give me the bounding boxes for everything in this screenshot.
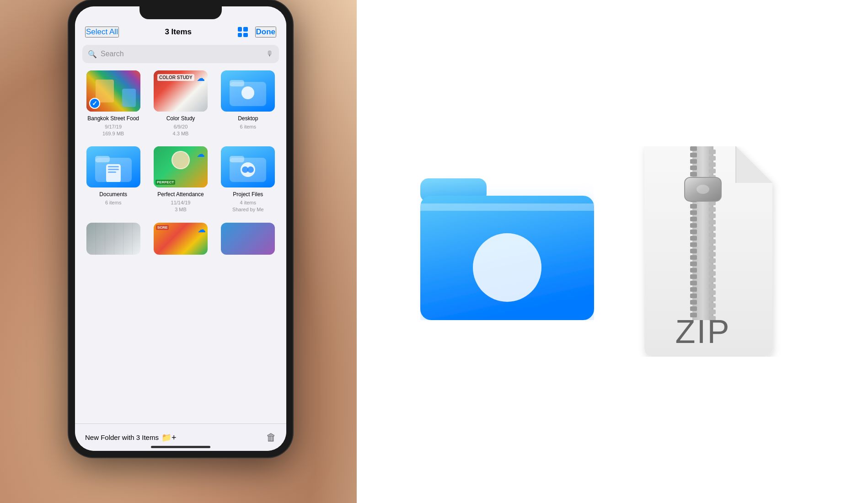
svg-rect-23 — [690, 159, 697, 164]
new-folder-icon: 📁+ — [161, 433, 177, 443]
svg-rect-21 — [690, 146, 697, 151]
list-item[interactable]: Desktop 6 items — [218, 70, 278, 137]
left-section: Select All 3 Items Done 🔍 — [0, 0, 357, 503]
file-grid-row-1: Bangkok Street Food 9/17/19169.9 MB COLO… — [80, 70, 282, 137]
icloud-badge: ☁ — [197, 73, 205, 83]
svg-rect-40 — [690, 268, 697, 273]
new-folder-label: New Folder with 3 Items — [85, 433, 159, 441]
svg-point-76 — [697, 185, 709, 194]
folder-icon — [230, 152, 266, 182]
home-indicator — [151, 446, 210, 448]
file-grid-row-2: Documents 6 items PERFECT ☁ — [80, 146, 282, 213]
items-count: 3 Items — [165, 27, 192, 37]
svg-rect-46 — [690, 306, 697, 311]
list-item[interactable]: PERFECT ☁ Perfect Attendance 11/14/193 M… — [151, 146, 210, 213]
folder-icon — [230, 76, 266, 106]
svg-rect-72 — [709, 303, 716, 308]
svg-rect-32 — [690, 217, 697, 221]
file-name: Bangkok Street Food — [87, 115, 139, 123]
svg-rect-49 — [709, 156, 716, 161]
svg-rect-33 — [690, 223, 697, 228]
trash-icon[interactable]: 🗑 — [266, 432, 276, 444]
file-name: Desktop — [238, 115, 258, 123]
file-name: Documents — [99, 191, 127, 198]
svg-rect-38 — [690, 255, 697, 260]
folder-icon — [95, 152, 132, 182]
selection-badge — [89, 98, 100, 109]
new-folder-button[interactable]: New Folder with 3 Items 📁+ — [85, 433, 176, 443]
svg-rect-45 — [690, 300, 697, 305]
svg-rect-60 — [709, 226, 716, 231]
zip-icon-large: ZIP — [631, 146, 804, 357]
svg-rect-36 — [690, 242, 697, 247]
svg-rect-4 — [95, 156, 110, 162]
file-name: Perfect Attendance — [157, 191, 204, 198]
search-bar[interactable]: 🔍 Search 🎙 — [82, 45, 279, 63]
svg-rect-25 — [690, 172, 697, 177]
svg-rect-64 — [709, 252, 716, 257]
svg-rect-35 — [690, 236, 697, 241]
svg-rect-57 — [709, 207, 716, 212]
file-thumbnail: PERFECT ☁ — [154, 146, 208, 187]
list-item[interactable]: SCRE ☁ — [151, 223, 210, 255]
svg-rect-31 — [690, 210, 697, 215]
right-section: ZIP — [357, 0, 868, 503]
svg-rect-50 — [709, 162, 716, 167]
file-grid-row-3: SCRE ☁ — [80, 223, 282, 255]
phone-frame: Select All 3 Items Done 🔍 — [69, 0, 293, 457]
file-meta: 6/9/204.3 MB — [173, 123, 189, 138]
microphone-icon[interactable]: 🎙 — [266, 50, 273, 58]
svg-rect-37 — [690, 249, 697, 253]
grid-view-icon[interactable] — [238, 27, 248, 37]
svg-rect-6 — [108, 166, 119, 167]
svg-point-13 — [247, 166, 254, 173]
svg-rect-69 — [709, 284, 716, 289]
file-thumbnail — [86, 146, 140, 187]
select-all-button[interactable]: Select All — [85, 27, 119, 37]
svg-rect-70 — [709, 290, 716, 295]
list-item[interactable]: Project Files 4 itemsShared by Me — [218, 146, 278, 213]
done-button[interactable]: Done — [255, 27, 277, 37]
phone-screen: Select All 3 Items Done 🔍 — [75, 6, 286, 451]
list-item[interactable]: Documents 6 items — [84, 146, 143, 213]
svg-rect-68 — [709, 278, 716, 282]
svg-rect-71 — [709, 297, 716, 301]
svg-rect-43 — [690, 287, 697, 292]
svg-point-2 — [241, 86, 254, 99]
list-item[interactable] — [218, 223, 278, 255]
top-right-controls: Done — [238, 27, 277, 37]
list-item[interactable] — [84, 223, 143, 255]
svg-rect-66 — [709, 265, 716, 269]
svg-rect-51 — [709, 169, 716, 173]
svg-rect-30 — [690, 204, 697, 209]
svg-rect-10 — [230, 156, 244, 162]
svg-rect-42 — [690, 281, 697, 285]
phone-notch — [139, 6, 222, 19]
svg-rect-67 — [709, 271, 716, 276]
list-item[interactable]: Bangkok Street Food 9/17/19169.9 MB — [84, 70, 143, 137]
folder-svg-large — [420, 178, 594, 320]
svg-rect-58 — [709, 214, 716, 218]
file-name: Project Files — [233, 191, 263, 198]
top-bar: Select All 3 Items Done — [75, 20, 286, 44]
file-meta: 11/14/193 MB — [171, 199, 191, 214]
svg-rect-8 — [108, 171, 116, 173]
phone-inner: Select All 3 Items Done 🔍 — [75, 6, 286, 451]
svg-point-12 — [242, 166, 248, 173]
svg-rect-65 — [709, 258, 716, 263]
list-item[interactable]: COLOR STUDY ☁ Color Study 6/9/204.3 MB — [151, 70, 210, 137]
svg-rect-41 — [690, 274, 697, 279]
file-meta: 6 items — [240, 123, 256, 130]
svg-rect-16 — [420, 203, 594, 211]
svg-rect-59 — [709, 220, 716, 225]
icloud-badge: ☁ — [198, 225, 206, 235]
file-thumbnail — [221, 70, 275, 112]
file-meta: 6 items — [105, 199, 121, 206]
search-icon: 🔍 — [88, 50, 97, 59]
svg-rect-62 — [709, 239, 716, 244]
svg-rect-48 — [709, 150, 716, 154]
svg-text:ZIP: ZIP — [675, 313, 730, 350]
file-thumbnail: COLOR STUDY ☁ — [154, 70, 208, 112]
svg-rect-39 — [690, 262, 697, 266]
svg-rect-1 — [230, 80, 244, 86]
